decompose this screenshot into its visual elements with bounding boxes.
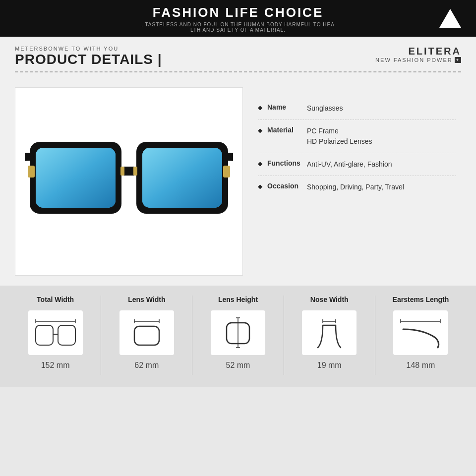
measure-label-total-width: Total Width: [37, 296, 74, 303]
page-header: FASHION LIFE CHOICE , TASTELESS AND NO F…: [0, 0, 476, 37]
measure-value-lens-height: 52 mm: [226, 361, 250, 370]
measure-col-lens-height: Lens Height 52 mm: [192, 296, 283, 370]
measure-label-lens-height: Lens Height: [218, 296, 258, 303]
total-width-icon: [33, 315, 78, 350]
svg-rect-20: [134, 326, 159, 345]
earstems-icon: [398, 315, 443, 350]
spec-label-functions: Functions: [267, 159, 307, 167]
spec-row-name: ◆ Name Sunglasses: [258, 97, 456, 120]
svg-rect-2: [36, 148, 116, 208]
brand-plus-icon: +: [455, 57, 461, 63]
spec-label-name: Name: [267, 103, 307, 111]
spec-row-material: ◆ Material PC FrameHD Polarized Lenses: [258, 120, 456, 153]
nose-width-icon: [312, 315, 347, 350]
measure-icon-total-width: [28, 310, 83, 355]
measure-col-lens-width: Lens Width 62 mm: [101, 296, 192, 370]
sunglasses-image: [25, 107, 233, 256]
measure-col-nose-width: Nose Width 19 mm: [284, 296, 375, 370]
svg-rect-15: [58, 325, 75, 345]
svg-rect-7: [120, 167, 124, 176]
spec-value-name: Sunglasses: [307, 103, 343, 114]
spec-label-material: Material: [267, 126, 307, 134]
pd-sub-title: METERSBONWE TO WITH YOU: [15, 46, 162, 52]
pd-left: METERSBONWE TO WITH YOU PRODUCT DETAILS …: [15, 46, 162, 67]
diamond-icon-name: ◆: [258, 104, 262, 111]
measure-col-earstems: Earstems Length 148 mm: [375, 296, 466, 370]
measure-value-nose-width: 19 mm: [317, 361, 342, 370]
header-title: FASHION LIFE CHOICE: [0, 5, 476, 20]
measure-value-lens-width: 62 mm: [134, 361, 159, 370]
diamond-icon-material: ◆: [258, 127, 262, 134]
specs-panel: ◆ Name Sunglasses ◆ Material PC FrameHD …: [253, 87, 461, 276]
product-details-header: METERSBONWE TO WITH YOU PRODUCT DETAILS …: [0, 37, 476, 77]
dashed-divider: [15, 71, 461, 72]
measure-label-nose-width: Nose Width: [310, 296, 349, 303]
spec-value-functions: Anti-UV, Anti-glare, Fashion: [307, 159, 392, 170]
measure-label-lens-width: Lens Width: [128, 296, 165, 303]
measurements-section: Total Width 152 mm Lens Width: [0, 286, 476, 387]
svg-rect-10: [223, 166, 230, 178]
svg-rect-5: [142, 148, 222, 208]
measure-icon-lens-height: [211, 310, 265, 355]
brand-name: ELITERA: [375, 46, 461, 57]
spec-row-occasion: ◆ Occasion Shopping, Driving, Party, Tra…: [258, 176, 456, 198]
svg-rect-14: [36, 325, 53, 345]
spec-value-occasion: Shopping, Driving, Party, Travel: [307, 182, 404, 192]
brand-sub: NEW FASHION POWER +: [375, 57, 461, 63]
lens-height-icon: [221, 315, 255, 350]
measure-icon-nose-width: [302, 310, 357, 355]
spec-row-functions: ◆ Functions Anti-UV, Anti-glare, Fashion: [258, 153, 456, 176]
pd-main-title: PRODUCT DETAILS |: [15, 52, 162, 67]
diamond-icon-occasion: ◆: [258, 183, 262, 190]
header-subtitle: , TASTELESS AND NO FOUL ON THE HUMAN BOD…: [0, 22, 476, 33]
pd-right: ELITERA NEW FASHION POWER +: [375, 46, 461, 63]
triangle-icon: [439, 9, 461, 28]
measure-value-total-width: 152 mm: [41, 361, 70, 370]
svg-rect-9: [28, 166, 35, 178]
spec-label-occasion: Occasion: [267, 182, 307, 190]
diamond-icon-functions: ◆: [258, 160, 262, 167]
main-content: ◆ Name Sunglasses ◆ Material PC FrameHD …: [0, 77, 476, 286]
measure-label-earstems: Earstems Length: [393, 296, 449, 303]
measure-icon-earstems: [393, 310, 448, 355]
measure-col-total-width: Total Width 152 mm: [10, 296, 101, 370]
measurements-grid: Total Width 152 mm Lens Width: [10, 296, 466, 375]
measure-icon-lens-width: [119, 310, 174, 355]
spec-value-material: PC FrameHD Polarized Lenses: [307, 126, 372, 147]
lens-width-icon: [129, 315, 164, 350]
measure-value-earstems: 148 mm: [407, 361, 435, 370]
svg-rect-8: [133, 167, 137, 176]
product-image-panel: [15, 87, 243, 276]
